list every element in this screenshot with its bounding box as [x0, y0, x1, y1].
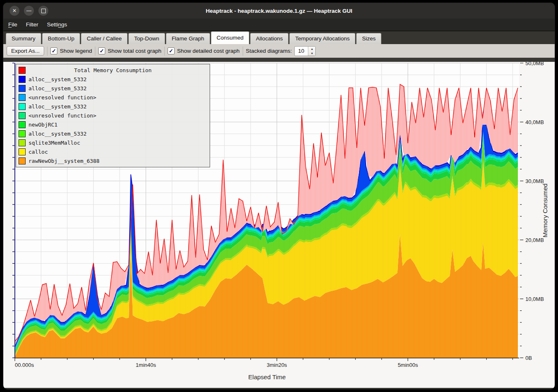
- legend-item: alloc__system_5332: [16, 102, 210, 111]
- tab-temporary-allocations[interactable]: Temporary Allocations: [289, 33, 355, 44]
- tab-bar: SummaryBottom-UpCaller / CalleeTop-DownF…: [3, 31, 555, 44]
- menu-file[interactable]: File: [5, 20, 21, 29]
- legend-swatch-icon: [19, 121, 26, 128]
- y-tick-label: 50,0MB: [525, 62, 544, 66]
- legend-item: <unresolved function>: [16, 111, 210, 120]
- y-tick-label: 10,0MB: [525, 296, 544, 302]
- checkbox-label: Show detailed cost graph: [177, 48, 240, 54]
- y-tick-label: 0B: [525, 355, 532, 361]
- checkbox-icon[interactable]: ✓: [98, 47, 105, 54]
- legend-label: newObjRC1: [28, 122, 57, 128]
- window-title: Heaptrack - heaptrack.wakunode.1.gz — He…: [3, 8, 555, 14]
- legend-swatch-icon: [19, 157, 26, 164]
- legend-title-row: Total Memory Consumption: [16, 66, 210, 75]
- legend-label: alloc__system_5332: [28, 76, 87, 82]
- legend-swatch-icon: [19, 76, 26, 83]
- checkbox-label: Show total cost graph: [108, 48, 161, 54]
- legend-swatch-icon: [19, 112, 26, 119]
- tab-consumed[interactable]: Consumed: [211, 31, 249, 44]
- menu-settings[interactable]: Settings: [43, 20, 71, 29]
- legend-label: Total Memory Consumption: [74, 67, 152, 73]
- tab-top-down[interactable]: Top-Down: [128, 33, 165, 44]
- spin-up-icon[interactable]: ▲: [308, 47, 315, 51]
- consumed-chart-region: 0B10,0MB20,0MB30,0MB40,0MB50,0MB00.000s1…: [3, 62, 555, 388]
- stacked-diagrams-value: 10: [295, 48, 308, 54]
- tab-allocations[interactable]: Allocations: [250, 33, 288, 44]
- legend-swatch-icon: [19, 130, 26, 137]
- checkbox-label: Show legend: [60, 48, 92, 54]
- legend-item: alloc__system_5332: [16, 75, 210, 84]
- title-bar: ✕— Heaptrack - heaptrack.wakunode.1.gz —…: [3, 3, 555, 19]
- legend-item: sqlite3MemMalloc: [16, 138, 210, 147]
- checkbox-show-legend[interactable]: ✓Show legend: [50, 47, 92, 54]
- legend-label: <unresolved function>: [28, 113, 96, 119]
- x-tick-label: 3min20s: [267, 362, 287, 368]
- export-as-button[interactable]: Export As...: [7, 46, 44, 56]
- tab-caller-callee[interactable]: Caller / Callee: [81, 33, 128, 44]
- y-tick-label: 40,0MB: [525, 119, 544, 125]
- x-tick-label: 1min40s: [136, 362, 156, 368]
- toolbar: Export As... ✓Show legend✓Show total cos…: [3, 44, 555, 62]
- menu-filter[interactable]: Filter: [22, 20, 42, 29]
- tab-sizes[interactable]: Sizes: [356, 33, 381, 44]
- tab-flame-graph[interactable]: Flame Graph: [166, 33, 210, 44]
- x-axis-title: Elapsed Time: [248, 373, 286, 380]
- app-window: ✕— Heaptrack - heaptrack.wakunode.1.gz —…: [3, 3, 555, 389]
- spin-down-icon[interactable]: ▼: [308, 51, 315, 56]
- legend-swatch-icon: [19, 148, 26, 155]
- checkbox-show-total-cost-graph[interactable]: ✓Show total cost graph: [98, 47, 161, 54]
- y-axis-title: Memory Consumed: [541, 183, 549, 237]
- legend-swatch-icon: [19, 67, 26, 74]
- legend-label: <unresolved function>: [28, 94, 96, 101]
- x-tick-label: 5min00s: [398, 362, 418, 368]
- legend-item: alloc__system_5332: [16, 84, 210, 93]
- chart-legend: Total Memory Consumptionalloc__system_53…: [16, 64, 210, 167]
- legend-label: sqlite3MemMalloc: [28, 140, 80, 146]
- legend-item: alloc__system_5332: [16, 129, 210, 138]
- legend-swatch-icon: [19, 85, 26, 92]
- checkbox-icon[interactable]: ✓: [50, 47, 57, 54]
- x-tick-label: 00.000s: [15, 362, 34, 368]
- legend-swatch-icon: [19, 139, 26, 146]
- checkbox-show-detailed-cost-graph[interactable]: ✓Show detailed cost graph: [168, 47, 240, 54]
- legend-item: calloc: [16, 147, 210, 156]
- y-tick-label: 30,0MB: [525, 178, 544, 184]
- toolbar-separator: [47, 47, 47, 56]
- legend-label: calloc: [28, 149, 48, 155]
- legend-item: <unresolved function>: [16, 93, 210, 102]
- legend-label: rawNewObj__system_6388: [28, 158, 99, 164]
- legend-item: rawNewObj__system_6388: [16, 156, 210, 165]
- stacked-diagrams-label: Stacked diagrams:: [246, 48, 292, 54]
- toolbar-separator: [95, 47, 95, 56]
- legend-swatch-icon: [19, 103, 26, 110]
- toolbar-separator: [164, 47, 165, 56]
- checkbox-icon[interactable]: ✓: [168, 47, 175, 54]
- tab-summary[interactable]: Summary: [6, 33, 41, 44]
- legend-item: newObjRC1: [16, 120, 210, 129]
- tab-bottom-up[interactable]: Bottom-Up: [42, 33, 80, 44]
- stacked-diagrams-spinbox[interactable]: 10 ▲ ▼: [294, 46, 316, 56]
- legend-label: alloc__system_5332: [28, 103, 87, 110]
- legend-swatch-icon: [19, 94, 26, 101]
- menu-bar: FileFilterSettings: [3, 19, 555, 31]
- legend-label: alloc__system_5332: [28, 131, 87, 137]
- toolbar-separator: [243, 47, 243, 56]
- legend-label: alloc__system_5332: [28, 85, 87, 92]
